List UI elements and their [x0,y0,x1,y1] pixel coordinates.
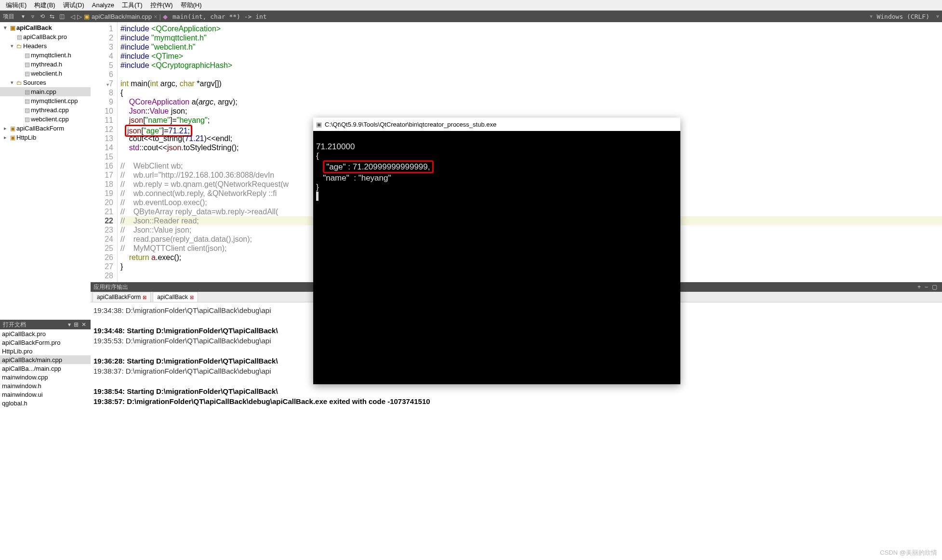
open-documents-list[interactable]: apiCallBack.proapiCallBackForm.proHttpLi… [0,329,91,560]
highlighted-output: "age" : 71.20999999999999, [323,160,433,173]
tree-row[interactable]: ▤mymqttclient.h [0,51,91,60]
function-icon: ◆ [163,13,168,20]
dropdown-icon[interactable]: ▾ [66,321,72,328]
line-col-dropdown[interactable]: ▾ [933,13,942,20]
line-gutter[interactable]: 123456▾789101112131415161718192021222324… [91,22,118,282]
tree-row[interactable]: ▤mymqttclient.cpp [0,96,91,105]
file-icon: ▣ [84,13,90,20]
output-panel-title: 应用程序输出 [93,283,128,291]
console-output: 71.210000 { "age" : 71.20999999999999, "… [313,131,680,203]
sync-icon[interactable]: ⟲ [39,13,46,20]
tree-row[interactable]: ▤apiCallBack.pro [0,32,91,41]
close-icon[interactable]: ⊠ [190,295,194,300]
tree-row[interactable]: ▸▣apiCallBackForm [0,124,91,133]
watermark: CSDN @美丽的欣情 [880,548,937,557]
menu-item[interactable]: 编辑(E) [2,1,30,10]
open-file-row[interactable]: qglobal.h [0,399,91,407]
tree-row[interactable]: ▤mythread.h [0,60,91,69]
open-documents-title: 打开文档 [3,321,26,329]
tree-row[interactable]: ▤mythread.cpp [0,105,91,115]
add-icon[interactable]: + [915,284,923,290]
breadcrumb-file[interactable]: apiCallBack/main.cpp [92,13,152,20]
menu-item[interactable]: 构建(B) [30,1,59,10]
tree-row[interactable]: ▾🗀Sources [0,78,91,87]
nav-fwd-icon[interactable]: ▷ [77,13,82,20]
open-documents-header: 打开文档 ▾ ⊞ ✕ [0,320,91,329]
tree-row[interactable]: ▾▣apiCallBack [0,23,91,32]
header-toolbar: 项目 ▾ ▿ ⟲ ⇆ ◫ ◁ ▷ ▣ apiCallBack/main.cpp … [0,11,942,22]
close-icon[interactable]: ⊠ [143,295,146,300]
link-icon[interactable]: ⇆ [48,13,56,20]
tree-row[interactable]: ▤main.cpp [0,87,91,96]
menu-item[interactable]: 工具(T) [118,1,146,10]
open-file-row[interactable]: mainwindow.cpp [0,373,91,381]
split-icon[interactable]: ◫ [58,13,66,20]
open-file-row[interactable]: apiCallBa.../main.cpp [0,364,91,373]
open-file-row[interactable]: apiCallBackForm.pro [0,338,91,347]
tree-row[interactable]: ▸▣HttpLib [0,133,91,142]
console-titlebar[interactable]: ▣ C:\Qt\Qt5.9.9\Tools\QtCreator\bin\qtcr… [313,117,680,131]
encoding-label[interactable]: Windows (CRLF) [873,13,933,20]
menu-item[interactable]: 控件(W) [146,1,177,10]
menu-item[interactable]: 调试(D) [59,1,88,10]
split-icon[interactable]: ⊞ [72,321,80,328]
output-tab[interactable]: apiCallBack⊠ [153,292,198,302]
app-icon: ▣ [316,121,322,128]
close-icon[interactable]: ✕ [80,321,88,328]
dropdown-icon[interactable]: ▾ [19,13,27,20]
projects-panel-title: 项目 [0,13,17,21]
open-file-row[interactable]: apiCallBack.pro [0,329,91,338]
breadcrumb[interactable]: ◁ ▷ ▣ apiCallBack/main.cpp × | ◆ main(in… [67,13,273,20]
project-toolbar-icons: ▾ ▿ ⟲ ⇆ ◫ [17,13,67,20]
project-tree[interactable]: ▾▣apiCallBack▤apiCallBack.pro▾🗀Headers▤m… [0,22,91,320]
close-icon[interactable]: × [154,13,158,20]
console-title-text: C:\Qt\Qt5.9.9\Tools\QtCreator\bin\qtcrea… [325,121,496,128]
menu-item[interactable]: Analyze [88,1,118,9]
open-file-row[interactable]: mainwindow.h [0,381,91,390]
breadcrumb-function[interactable]: main(int, char **) -> int [170,13,270,20]
output-tab[interactable]: apiCallBackForm⊠ [93,292,151,302]
tree-row[interactable]: ▤webclient.cpp [0,115,91,124]
maximize-icon[interactable]: ▢ [930,284,939,290]
console-window[interactable]: ▣ C:\Qt\Qt5.9.9\Tools\QtCreator\bin\qtcr… [313,117,680,384]
tree-row[interactable]: ▤webclient.h [0,69,91,78]
tree-row[interactable]: ▾🗀Headers [0,41,91,51]
open-file-row[interactable]: apiCallBack/main.cpp [0,355,91,364]
menu-item[interactable]: 帮助(H) [177,1,206,10]
open-file-row[interactable]: mainwindow.ui [0,390,91,399]
filter-icon[interactable]: ▿ [29,13,37,20]
open-file-row[interactable]: HttpLib.pro [0,347,91,355]
minus-icon[interactable]: − [923,284,930,290]
nav-back-icon[interactable]: ◁ [70,13,75,20]
menu-bar[interactable]: 编辑(E)构建(B)调试(D)Analyze工具(T)控件(W)帮助(H) [0,0,942,11]
